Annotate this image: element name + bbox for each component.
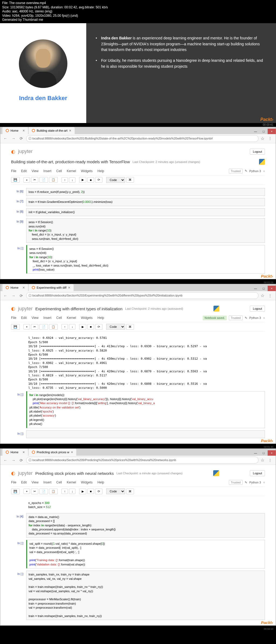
cut-button[interactable]: ✂: [31, 489, 38, 494]
code-cell[interactable]: sess = tf.Session() sess.run(init) for i…: [26, 218, 265, 243]
menu-help[interactable]: Help: [98, 481, 104, 484]
menu-insert[interactable]: Insert: [43, 481, 51, 484]
menu-file[interactable]: File: [11, 481, 16, 484]
close-icon[interactable]: ×: [23, 450, 25, 454]
browser-tab-home[interactable]: Home×: [2, 127, 28, 134]
close-icon[interactable]: ×: [68, 285, 70, 290]
code-cell[interactable]: data = data.as_matrix() data_processed =…: [26, 513, 265, 538]
menu-view[interactable]: View: [32, 169, 39, 173]
restart-button[interactable]: ⟳: [95, 489, 102, 494]
maximize-button[interactable]: □: [260, 286, 268, 291]
browser-tab-notebook[interactable]: Building state-of-the-art×: [29, 127, 75, 134]
bookmark-icon[interactable]: ☆: [261, 458, 264, 463]
browser-tab-notebook[interactable]: Predicting stock prices w×: [29, 449, 76, 456]
back-button[interactable]: ←: [2, 293, 8, 298]
move-up-button[interactable]: ↑: [61, 177, 68, 183]
menu-widgets[interactable]: Widgets: [81, 169, 92, 173]
edit-icon[interactable]: ✎: [245, 481, 247, 484]
back-button[interactable]: ←: [2, 136, 8, 141]
code-cell[interactable]: train_samples, train_nx, train_ny = trai…: [26, 571, 265, 620]
move-down-button[interactable]: ↓: [69, 324, 75, 329]
close-icon[interactable]: ×: [23, 285, 25, 290]
close-icon[interactable]: ×: [71, 450, 73, 454]
window-close-button[interactable]: ×: [268, 129, 276, 134]
add-cell-button[interactable]: +: [23, 324, 30, 329]
forward-button[interactable]: →: [11, 458, 16, 463]
menu-edit[interactable]: Edit: [21, 169, 27, 173]
save-button[interactable]: 💾: [11, 324, 20, 330]
reload-button[interactable]: ⟳: [19, 458, 24, 463]
forward-button[interactable]: →: [11, 293, 16, 298]
code-cell[interactable]: [26, 430, 265, 438]
browser-menu-icon[interactable]: ⋮: [267, 294, 274, 298]
cell-type-select[interactable]: Code: [106, 177, 125, 183]
kernel-name[interactable]: Python 3: [249, 481, 261, 484]
maximize-button[interactable]: □: [260, 450, 268, 456]
browser-tab-notebook[interactable]: Experimenting with diff×: [29, 284, 74, 291]
edit-icon[interactable]: ✎: [245, 169, 247, 173]
code-cell[interactable]: sess = tf.Session() sess.run(init) for i…: [26, 245, 265, 274]
code-cell[interactable]: train = tf.train.GradientDescentOptimize…: [26, 198, 265, 206]
menu-cell[interactable]: Cell: [56, 169, 62, 173]
restart-button[interactable]: ⟳: [95, 177, 102, 183]
trusted-badge[interactable]: Trusted: [229, 315, 243, 320]
run-button[interactable]: ▶: [79, 177, 86, 183]
menu-cell[interactable]: Cell: [56, 316, 62, 320]
reload-button[interactable]: ⟳: [19, 293, 24, 298]
logout-button[interactable]: Logout: [250, 149, 265, 155]
kernel-name[interactable]: Python 3: [249, 169, 261, 173]
edit-icon[interactable]: ✎: [245, 316, 247, 320]
run-button[interactable]: ▶: [79, 489, 86, 494]
url-input[interactable]: ⓘ localhost:8888/notebooks/Section%203/E…: [26, 292, 258, 299]
reload-button[interactable]: ⟳: [19, 136, 24, 141]
menu-help[interactable]: Help: [98, 316, 104, 320]
close-icon[interactable]: ×: [69, 128, 71, 133]
window-close-button[interactable]: ×: [268, 450, 276, 456]
add-cell-button[interactable]: +: [23, 177, 30, 183]
notebook-title[interactable]: Experimenting with different types of in…: [35, 306, 122, 311]
notebook-title[interactable]: Building state-of-the-art, production-re…: [11, 159, 130, 164]
stop-button[interactable]: ■: [87, 489, 94, 494]
jupyter-logo[interactable]: jupyter: [18, 471, 33, 476]
close-icon[interactable]: ×: [23, 128, 25, 133]
bookmark-icon[interactable]: ☆: [261, 293, 264, 298]
code-cell[interactable]: n_epochs = 300 batch_size = 512: [26, 499, 265, 511]
restart-button[interactable]: ⟳: [95, 324, 102, 330]
save-button[interactable]: 💾: [11, 489, 20, 494]
logout-button[interactable]: Logout: [250, 470, 265, 476]
jupyter-logo[interactable]: jupyter: [18, 306, 33, 312]
paste-button[interactable]: 📋: [49, 177, 58, 183]
maximize-button[interactable]: □: [260, 129, 268, 134]
logout-button[interactable]: Logout: [250, 306, 265, 312]
menu-widgets[interactable]: Widgets: [81, 481, 92, 484]
cut-button[interactable]: ✂: [31, 324, 38, 330]
cell-type-select[interactable]: Code: [106, 324, 125, 330]
add-cell-button[interactable]: +: [23, 489, 30, 494]
menu-view[interactable]: View: [32, 481, 39, 484]
cut-button[interactable]: ✂: [31, 177, 38, 183]
move-up-button[interactable]: ↑: [61, 324, 68, 329]
kernel-name[interactable]: Python 3: [249, 316, 261, 319]
command-palette-button[interactable]: ⌘: [126, 489, 134, 494]
copy-button[interactable]: 📄: [39, 177, 48, 183]
menu-edit[interactable]: Edit: [21, 316, 27, 320]
menu-help[interactable]: Help: [98, 169, 104, 173]
command-palette-button[interactable]: ⌘: [126, 324, 134, 330]
menu-file[interactable]: File: [11, 169, 16, 173]
menu-kernel[interactable]: Kernel: [67, 169, 76, 173]
stop-button[interactable]: ■: [87, 177, 94, 183]
browser-tab-home[interactable]: Home×: [2, 449, 28, 456]
url-input[interactable]: ⓘ localhost:8888/notebooks/Section%201/B…: [26, 135, 258, 142]
cell-type-select[interactable]: Code: [106, 488, 125, 494]
bookmark-icon[interactable]: ☆: [261, 136, 264, 141]
move-up-button[interactable]: ↑: [61, 489, 68, 494]
code-cell[interactable]: loss = tf.reduce_sum(tf.pow((y-y_pred), …: [26, 188, 265, 196]
window-close-button[interactable]: ×: [268, 286, 276, 291]
code-cell[interactable]: val_split = round((1-val_ratio) * data_p…: [26, 540, 265, 568]
menu-insert[interactable]: Insert: [43, 169, 51, 173]
stop-button[interactable]: ■: [87, 324, 94, 329]
minimize-button[interactable]: —: [251, 450, 260, 456]
code-cell[interactable]: init = tf.global_variables_initializer(): [26, 208, 265, 216]
minimize-button[interactable]: —: [251, 129, 260, 134]
browser-menu-icon[interactable]: ⋮: [267, 136, 274, 141]
